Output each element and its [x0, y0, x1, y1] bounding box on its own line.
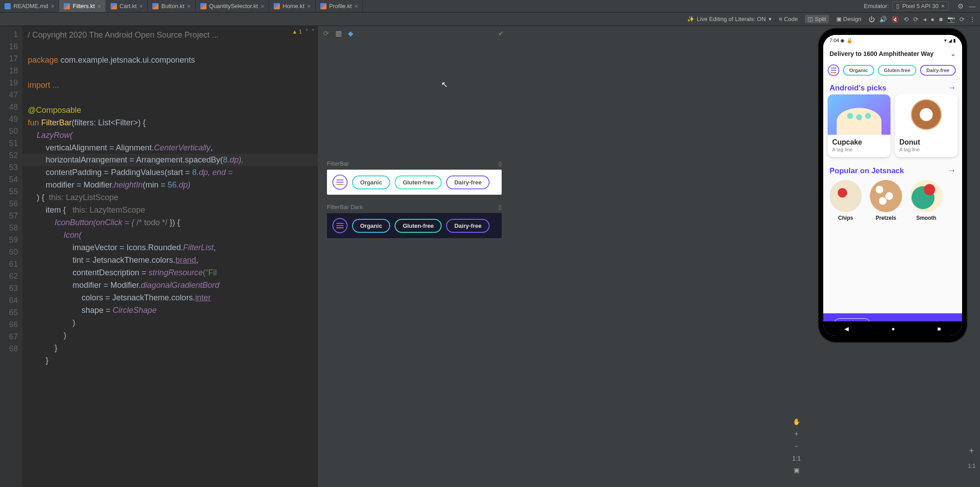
- more-icon[interactable]: ⋮: [969, 16, 976, 23]
- rotate-left-icon[interactable]: ⟲: [903, 16, 909, 23]
- section-title: Popular on Jetsnack: [830, 167, 904, 175]
- close-icon[interactable]: ×: [307, 3, 311, 10]
- snack-chips[interactable]: Chips: [830, 180, 862, 221]
- tab-cart[interactable]: Cart.kt×: [106, 0, 148, 12]
- live-edit-toggle[interactable]: ✨ Live Editing of Literals: ON ▾: [687, 16, 772, 22]
- overview-icon[interactable]: ■: [939, 16, 943, 23]
- tab-readme[interactable]: README.md×: [0, 0, 59, 12]
- chevron-down-icon: ⌄: [950, 50, 956, 57]
- tab-quantity[interactable]: QuantitySelector.kt×: [196, 0, 269, 12]
- attach-icon[interactable]: ▥: [335, 30, 342, 38]
- system-nav: ◀ ● ■: [823, 321, 962, 336]
- zoom-ratio[interactable]: 1:1: [968, 463, 976, 469]
- snack-pretzels[interactable]: Pretzels: [870, 180, 902, 221]
- screenshot-icon[interactable]: 📷: [947, 16, 955, 23]
- tab-profile[interactable]: Profile.kt×: [316, 0, 363, 12]
- rotate-right-icon[interactable]: ⟳: [913, 16, 919, 23]
- close-icon[interactable]: ×: [354, 3, 358, 10]
- snack-card-cupcake[interactable]: CupcakeA tag line: [828, 94, 890, 157]
- back-icon[interactable]: ◀: [844, 325, 849, 332]
- signal-icon: ◢: [948, 38, 952, 43]
- code-area[interactable]: / Copyright 2020 The Android Open Source…: [22, 26, 318, 487]
- zoom-out-icon[interactable]: －: [793, 442, 799, 450]
- zoom-in-icon[interactable]: ＋: [793, 430, 799, 438]
- inspection-widget[interactable]: ▲ 1 ˄ ˅: [292, 29, 314, 35]
- device-screen[interactable]: 7:04 ◉ 🔒 ▾◢▮ Delivery to 1600 Amphitheat…: [823, 35, 962, 336]
- home-icon[interactable]: ●: [891, 325, 895, 332]
- chip-organic[interactable]: Organic: [843, 65, 874, 76]
- mode-design[interactable]: ▣ Design: [834, 15, 864, 23]
- editor-tab-bar: README.md× Filters.kt× Cart.kt× Button.k…: [0, 0, 980, 13]
- minimize-icon[interactable]: —: [969, 2, 976, 10]
- mode-code[interactable]: ≡ Code: [776, 15, 801, 23]
- file-icon: [64, 3, 70, 9]
- close-icon[interactable]: ×: [98, 3, 101, 10]
- filter-list-icon[interactable]: [828, 64, 839, 76]
- close-icon[interactable]: ×: [941, 3, 945, 9]
- line-gutter: 1161718194748495051525354555657585960616…: [0, 26, 22, 487]
- phone-icon: ▯: [896, 3, 899, 9]
- chip-gluten-free[interactable]: Gluten-free: [395, 219, 442, 233]
- emulator-selector: Emulator: ▯ Pixel 5 API 30 ×: [860, 0, 953, 12]
- code-editor[interactable]: ▲ 1 ˄ ˅ 11617181947484950515253545556575…: [0, 26, 318, 487]
- chevron-up-icon[interactable]: ˄: [305, 29, 308, 35]
- gear-icon[interactable]: ⚙: [958, 2, 963, 10]
- layers-icon[interactable]: ◆: [348, 30, 353, 38]
- close-icon[interactable]: ×: [139, 3, 143, 10]
- wifi-icon: ▾: [944, 38, 947, 43]
- arrow-right-icon[interactable]: →: [948, 166, 956, 175]
- fit-icon[interactable]: ▣: [794, 466, 799, 474]
- file-icon: [4, 3, 11, 9]
- tab-button[interactable]: Button.kt×: [148, 0, 196, 12]
- check-icon: ✔: [498, 30, 504, 38]
- close-icon[interactable]: ×: [187, 3, 191, 10]
- tab-home[interactable]: Home.kt×: [269, 0, 316, 12]
- snack-smoothie[interactable]: Smooth: [910, 180, 942, 221]
- preview-filterbar-dark: Organic Gluten-free Dairy-free: [327, 213, 502, 238]
- chip-organic[interactable]: Organic: [352, 219, 390, 233]
- zoom-in-icon[interactable]: ＋: [967, 445, 976, 456]
- emulator-controls: ⏻ 🔊 🔇 ⟲ ⟳ ◂ ● ■ 📷 ⟳ ⋮: [868, 16, 976, 23]
- mode-split[interactable]: ◫ Split: [805, 15, 829, 23]
- section-title: Android's picks: [830, 84, 886, 93]
- close-icon[interactable]: ×: [51, 3, 54, 10]
- tab-filters[interactable]: Filters.kt×: [59, 0, 106, 12]
- file-icon: [152, 3, 159, 9]
- chip-gluten-free[interactable]: Gluten-free: [395, 175, 442, 189]
- emulator-panel: 7:04 ◉ 🔒 ▾◢▮ Delivery to 1600 Amphitheat…: [805, 26, 980, 487]
- device-frame-icon[interactable]: ▯: [499, 160, 502, 167]
- arrow-right-icon[interactable]: →: [948, 83, 956, 93]
- back-icon[interactable]: ◂: [923, 16, 926, 23]
- status-bar: 7:04 ◉ 🔒 ▾◢▮: [823, 35, 962, 46]
- preview-label-dark: FilterBar Dark: [327, 204, 363, 210]
- chip-dairy-free[interactable]: Dairy-free: [920, 65, 955, 76]
- delivery-address[interactable]: Delivery to 1600 Amphitheater Way⌄: [823, 46, 962, 62]
- zoom-ratio[interactable]: 1:1: [792, 455, 801, 462]
- battery-icon: ▮: [953, 38, 956, 43]
- chevron-down-icon[interactable]: ˅: [312, 29, 314, 35]
- filter-list-icon: [332, 175, 348, 190]
- chip-organic[interactable]: Organic: [352, 175, 390, 189]
- emulator-label: Emulator:: [864, 3, 889, 9]
- snack-card-donut[interactable]: DonutA tag line: [895, 94, 958, 157]
- refresh-icon[interactable]: ⟳: [323, 30, 329, 38]
- device-dropdown[interactable]: ▯ Pixel 5 API 30 ×: [892, 1, 949, 11]
- preview-label-light: FilterBar: [327, 160, 349, 167]
- close-icon[interactable]: ×: [261, 3, 264, 10]
- chip-gluten-free[interactable]: Gluten-free: [878, 65, 917, 76]
- volume-up-icon[interactable]: 🔊: [879, 16, 887, 23]
- emu-filter-bar: Organic Gluten-free Dairy-free: [823, 62, 962, 79]
- chip-dairy-free[interactable]: Dairy-free: [446, 219, 490, 233]
- reload-icon[interactable]: ⟳: [959, 16, 965, 23]
- pan-icon[interactable]: ✋: [793, 418, 800, 425]
- chip-dairy-free[interactable]: Dairy-free: [446, 175, 490, 189]
- file-icon: [200, 3, 206, 9]
- volume-down-icon[interactable]: 🔇: [891, 16, 899, 23]
- mouse-cursor: ↖: [441, 80, 448, 90]
- file-icon: [111, 3, 117, 9]
- overview-icon[interactable]: ■: [937, 325, 941, 332]
- warning-badge[interactable]: ▲ 1: [292, 29, 302, 35]
- home-nav-icon[interactable]: ●: [931, 16, 934, 23]
- power-icon[interactable]: ⏻: [868, 16, 875, 23]
- device-frame-icon[interactable]: ▯: [499, 204, 502, 210]
